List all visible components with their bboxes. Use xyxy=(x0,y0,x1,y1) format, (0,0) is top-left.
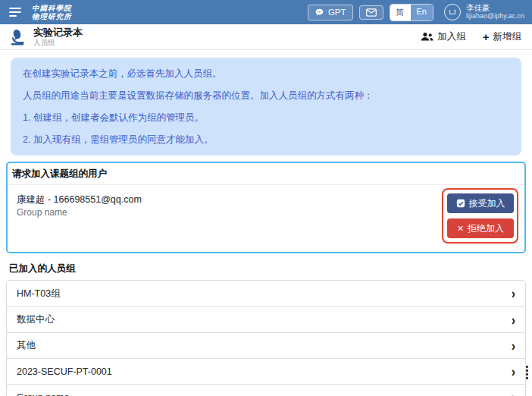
group-row-label: 数据中心 xyxy=(17,313,55,326)
group-row-label: Group name xyxy=(17,392,69,396)
request-user-info: 康建超 - 166698551@qq.com Group name xyxy=(17,193,142,218)
navbar-right: GPT 简 En LJ 李佳豪 lijiahao@iphy.ac.cn xyxy=(308,4,524,21)
join-group-label: 加入组 xyxy=(437,30,466,43)
chat-icon xyxy=(315,8,324,17)
checkbox-check-icon xyxy=(456,199,465,208)
accept-join-button[interactable]: 接受加入 xyxy=(447,193,514,213)
info-alert: 在创建实验记录本之前，必选首先加入人员组。 人员组的用途当前主要是设置数据存储的… xyxy=(11,58,521,156)
main-content: 在创建实验记录本之前，必选首先加入人员组。 人员组的用途当前主要是设置数据存储的… xyxy=(0,50,532,396)
join-requests-card: 请求加入课题组的用户 康建超 - 166698551@qq.com Group … xyxy=(6,162,526,253)
page-subtitle: 人员组 xyxy=(33,37,83,47)
chevron-right-icon: › xyxy=(512,364,515,378)
menu-icon[interactable] xyxy=(9,6,21,18)
request-actions: 接受加入 ✕ 拒绝加入 xyxy=(447,193,514,238)
joined-groups-list: HM-T03组 › 数据中心 › 其他 › 2023-SECUF-PT-0001… xyxy=(6,280,526,396)
org-logo-line1: 中國科學院 xyxy=(32,4,72,12)
alert-line: 2. 加入现有组，需组管理员的同意才能加入。 xyxy=(23,133,509,147)
group-row-label: HM-T03组 xyxy=(17,288,61,300)
top-navbar: 中國科學院 物理研究所 GPT 简 En xyxy=(0,0,532,24)
accept-join-label: 接受加入 xyxy=(469,197,505,210)
users-icon xyxy=(421,32,433,42)
group-row-label: 其他 xyxy=(17,339,36,352)
group-row-label: 2023-SECUF-PT-0001 xyxy=(17,366,112,377)
mail-icon xyxy=(366,8,377,17)
alert-line: 人员组的用途当前主要是设置数据存储的服务器的位置。加入人员组的方式有两种： xyxy=(23,89,509,103)
x-icon: ✕ xyxy=(457,224,464,234)
user-name: 李佳豪 xyxy=(466,4,524,12)
group-row-hm-t03[interactable]: HM-T03组 › xyxy=(7,281,525,306)
gpt-button[interactable]: GPT xyxy=(308,5,353,20)
app-bar-left: 实验记录本 人员组 xyxy=(9,27,83,47)
group-row-2023-secuf[interactable]: 2023-SECUF-PT-0001 › xyxy=(7,358,525,384)
app-titles: 实验记录本 人员组 xyxy=(33,27,83,47)
reject-join-button[interactable]: ✕ 拒绝加入 xyxy=(447,218,514,238)
lang-zh-option[interactable]: 简 xyxy=(390,5,411,20)
navbar-left: 中國科學院 物理研究所 xyxy=(9,4,72,20)
alert-line: 在创建实验记录本之前，必选首先加入人员组。 xyxy=(23,67,509,81)
page: 中國科學院 物理研究所 GPT 简 En xyxy=(0,0,532,396)
app-bar-actions: 加入组 + 新增组 xyxy=(421,30,521,43)
microscope-icon xyxy=(9,28,27,46)
language-toggle: 简 En xyxy=(390,4,433,21)
org-logo[interactable]: 中國科學院 物理研究所 xyxy=(32,4,72,20)
org-logo-line2: 物理研究所 xyxy=(32,12,72,20)
chevron-right-icon: › xyxy=(512,338,515,352)
user-email: lijiahao@iphy.ac.cn xyxy=(466,12,524,20)
chevron-right-icon: › xyxy=(512,313,515,326)
request-user: 康建超 - 166698551@qq.com xyxy=(17,193,142,206)
join-request-row: 康建超 - 166698551@qq.com Group name 接受加入 xyxy=(8,185,524,252)
avatar: LJ xyxy=(444,4,461,20)
lang-en-option[interactable]: En xyxy=(411,5,433,20)
page-title: 实验记录本 xyxy=(33,27,83,37)
join-group-button[interactable]: 加入组 xyxy=(421,30,466,43)
user-meta: 李佳豪 lijiahao@iphy.ac.cn xyxy=(466,4,524,20)
reject-join-label: 拒绝加入 xyxy=(468,222,504,235)
user-menu[interactable]: LJ 李佳豪 lijiahao@iphy.ac.cn xyxy=(444,4,524,20)
group-row-group-name[interactable]: Group name › xyxy=(7,384,525,396)
group-row-data-center[interactable]: 数据中心 › xyxy=(7,306,525,332)
request-group-name: Group name xyxy=(17,206,142,218)
chevron-right-icon: › xyxy=(512,287,515,300)
gpt-label: GPT xyxy=(328,8,346,17)
chevron-right-icon: › xyxy=(512,390,515,396)
new-group-label: 新增组 xyxy=(493,30,522,43)
joined-groups-header: 已加入的人员组 xyxy=(9,262,521,275)
kebab-menu-icon[interactable] xyxy=(526,366,528,379)
group-row-other[interactable]: 其他 › xyxy=(7,332,525,358)
join-requests-header: 请求加入课题组的用户 xyxy=(8,163,524,185)
mail-button[interactable] xyxy=(359,5,383,20)
app-bar: 实验记录本 人员组 加入组 + 新增组 xyxy=(0,24,532,50)
plus-icon: + xyxy=(483,33,490,41)
avatar-initials: LJ xyxy=(449,8,455,16)
alert-line: 1. 创建组，创建者会默认作为组的管理员。 xyxy=(23,111,509,125)
request-action-stack: 接受加入 ✕ 拒绝加入 xyxy=(447,193,514,238)
new-group-button[interactable]: + 新增组 xyxy=(483,30,521,43)
